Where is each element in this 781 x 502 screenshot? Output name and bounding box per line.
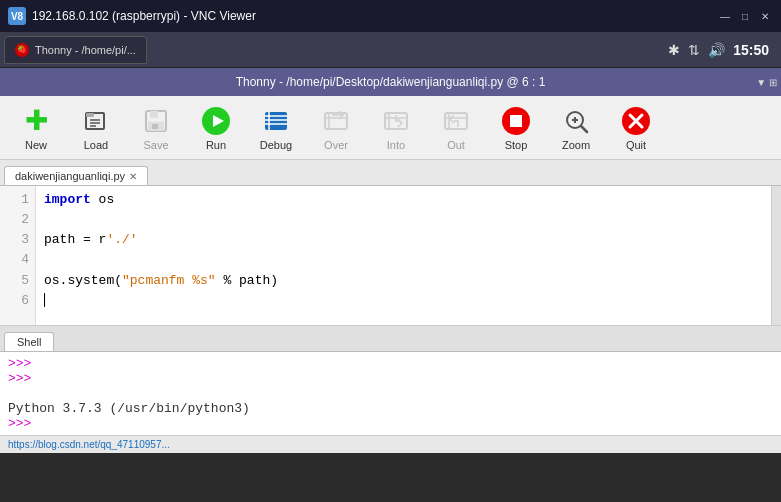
prompt: >>>	[8, 371, 31, 386]
load-label: Load	[84, 139, 108, 151]
volume-icon: 🔊	[708, 42, 725, 58]
prompt: >>>	[8, 416, 31, 431]
minimize-button[interactable]: —	[717, 8, 733, 24]
file-tab-close[interactable]: ✕	[129, 171, 137, 182]
vnc-right-icons: ✱ ⇅ 🔊 15:50	[668, 42, 777, 58]
save-icon	[140, 105, 172, 137]
shell-line	[8, 386, 773, 401]
over-button[interactable]: Over	[308, 100, 364, 156]
over-label: Over	[324, 139, 348, 151]
svg-line-28	[581, 126, 587, 132]
clock: 15:50	[733, 42, 769, 58]
thonny-title-bar: Thonny - /home/pi/Desktop/dakiwenjiangua…	[0, 68, 781, 96]
window-controls: — □ ✕	[717, 8, 773, 24]
line-number: 1	[0, 190, 29, 210]
over-icon	[320, 105, 352, 137]
line-number: 4	[0, 250, 29, 270]
editor: 1 2 3 4 5 6 import os path = r'./' os.sy…	[0, 186, 781, 326]
app-icon: V8	[8, 7, 26, 25]
into-label: Into	[387, 139, 405, 151]
raspberry-icon: 🍓	[15, 43, 29, 57]
prompt: >>>	[8, 356, 31, 371]
quit-label: Quit	[626, 139, 646, 151]
code-editor[interactable]: import os path = r'./' os.system("pcmanf…	[36, 186, 771, 325]
status-bar: https://blog.csdn.net/qq_47110957...	[0, 435, 781, 453]
line-number: 6	[0, 291, 29, 311]
stop-icon	[500, 105, 532, 137]
python-version: Python 3.7.3 (/usr/bin/python3)	[8, 401, 250, 416]
thonny-title-text: Thonny - /home/pi/Desktop/dakiwenjiangua…	[236, 75, 546, 89]
zoom-button[interactable]: Zoom	[548, 100, 604, 156]
stop-button[interactable]: Stop	[488, 100, 544, 156]
line-numbers: 1 2 3 4 5 6	[0, 186, 36, 325]
maximize-button[interactable]: □	[737, 8, 753, 24]
save-button[interactable]: Save	[128, 100, 184, 156]
debug-icon	[260, 105, 292, 137]
run-button[interactable]: Run	[188, 100, 244, 156]
window-title: 192.168.0.102 (raspberrypi) - VNC Viewer	[32, 9, 717, 23]
quit-icon	[620, 105, 652, 137]
bluetooth-icon: ✱	[668, 42, 680, 58]
file-tab[interactable]: dakiwenjianguanliqi.py ✕	[4, 166, 148, 185]
svg-rect-26	[510, 115, 522, 127]
debug-label: Debug	[260, 139, 292, 151]
svg-rect-1	[86, 113, 94, 117]
shell-line: >>>	[8, 371, 773, 386]
zoom-label: Zoom	[562, 139, 590, 151]
out-icon	[440, 105, 472, 137]
line-number: 3	[0, 230, 29, 250]
shell-line: >>>	[8, 356, 773, 371]
line-number: 5	[0, 271, 29, 291]
vnc-tab[interactable]: 🍓 Thonny - /home/pi/...	[4, 36, 147, 64]
load-icon	[80, 105, 112, 137]
stop-label: Stop	[505, 139, 528, 151]
status-link[interactable]: https://blog.csdn.net/qq_47110957...	[8, 439, 170, 450]
file-tabs: dakiwenjianguanliqi.py ✕	[0, 160, 781, 186]
new-icon: ✚	[20, 105, 52, 137]
into-icon	[380, 105, 412, 137]
vnc-tab-bar: 🍓 Thonny - /home/pi/... ✱ ⇅ 🔊 15:50	[0, 32, 781, 68]
expand-button[interactable]: ▼ ⊞	[756, 77, 777, 88]
svg-rect-6	[150, 111, 158, 118]
shell-line: >>>	[8, 416, 773, 431]
editor-scrollbar[interactable]	[771, 186, 781, 325]
run-label: Run	[206, 139, 226, 151]
file-tab-name: dakiwenjianguanliqi.py	[15, 170, 125, 182]
out-label: Out	[447, 139, 465, 151]
svg-rect-8	[152, 124, 158, 129]
shell-output[interactable]: >>> >>> Python 3.7.3 (/usr/bin/python3) …	[0, 352, 781, 435]
title-bar: V8 192.168.0.102 (raspberrypi) - VNC Vie…	[0, 0, 781, 32]
close-button[interactable]: ✕	[757, 8, 773, 24]
quit-button[interactable]: Quit	[608, 100, 664, 156]
out-button[interactable]: Out	[428, 100, 484, 156]
debug-button[interactable]: Debug	[248, 100, 304, 156]
shell-line: Python 3.7.3 (/usr/bin/python3)	[8, 401, 773, 416]
load-button[interactable]: Load	[68, 100, 124, 156]
tab-label: Thonny - /home/pi/...	[35, 44, 136, 56]
new-label: New	[25, 139, 47, 151]
zoom-icon	[560, 105, 592, 137]
shell-tab-bar: Shell	[0, 326, 781, 352]
into-button[interactable]: Into	[368, 100, 424, 156]
shell-section: Shell >>> >>> Python 3.7.3 (/usr/bin/pyt…	[0, 326, 781, 435]
signal-icon: ⇅	[688, 42, 700, 58]
line-number: 2	[0, 210, 29, 230]
toolbar: ✚ New Load Save	[0, 96, 781, 160]
shell-tab[interactable]: Shell	[4, 332, 54, 351]
new-button[interactable]: ✚ New	[8, 100, 64, 156]
run-icon	[200, 105, 232, 137]
save-label: Save	[143, 139, 168, 151]
